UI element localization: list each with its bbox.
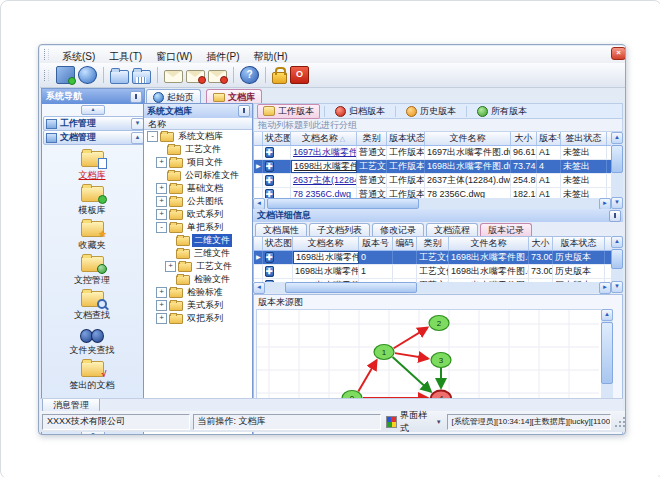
- expand-icon[interactable]: +: [156, 196, 167, 207]
- sidebar-item-6[interactable]: √签出的文档: [42, 356, 142, 391]
- tree-item-6[interactable]: +欧式系列: [144, 208, 250, 221]
- filter-button-3[interactable]: 所有版本: [471, 104, 533, 119]
- tree-item-5[interactable]: +公共图纸: [144, 195, 250, 208]
- drag-handle-icon[interactable]: [44, 49, 49, 60]
- pin-icon[interactable]: [609, 210, 621, 222]
- mail-alert-icon[interactable]: [208, 70, 227, 83]
- details-tab-0[interactable]: 文档属性: [255, 223, 307, 237]
- details-tab-2[interactable]: 修改记录: [372, 223, 424, 237]
- column-header-6[interactable]: 版本号: [537, 132, 561, 145]
- details-tab-3[interactable]: 文档流程: [426, 223, 478, 237]
- scroll-thumb[interactable]: [267, 198, 419, 209]
- exit-icon[interactable]: O: [290, 66, 309, 84]
- menu-item-0[interactable]: 系统(S): [55, 50, 102, 63]
- document-name-link[interactable]: 1698出水嘴零件图.dwg: [294, 161, 357, 171]
- tree-item-4[interactable]: +基础文档: [144, 182, 250, 195]
- help-icon[interactable]: ?: [240, 66, 259, 84]
- pin-icon[interactable]: [238, 105, 250, 117]
- details-tab-4[interactable]: 版本记录: [480, 223, 532, 237]
- tree-item-3[interactable]: 公司标准文件: [144, 169, 250, 182]
- scroll-left-icon[interactable]: ◄: [253, 282, 265, 294]
- column-header-5[interactable]: 大小: [511, 132, 537, 145]
- filter-button-1[interactable]: 归档版本: [329, 104, 391, 119]
- menu-item-4[interactable]: 帮助(H): [247, 50, 295, 63]
- scroll-thumb[interactable]: [601, 322, 613, 384]
- sidebar-item-3[interactable]: 文控管理: [42, 251, 142, 286]
- table-row-0[interactable]: ▶✚1698出水嘴零件图.dwg0工艺文件1698出水嘴零件图.dwg73.00…: [254, 251, 612, 265]
- sidebar-item-2[interactable]: ★收藏夹: [42, 216, 142, 251]
- column-header-6[interactable]: 大小: [529, 237, 553, 250]
- document-name-link[interactable]: 1697出水嘴零件图.dwg: [293, 147, 357, 157]
- table-row-2[interactable]: ✚2637主体(12284).dwg普通文档工作版本2637主体(12284).…: [254, 174, 612, 188]
- tree-item-10[interactable]: +工艺文件: [144, 260, 250, 273]
- column-header-3[interactable]: 编码: [393, 237, 417, 250]
- expand-icon[interactable]: +: [156, 209, 167, 220]
- document-table-hscrollbar[interactable]: ◄ ►: [253, 198, 611, 209]
- tree-item-8[interactable]: 二维文件: [144, 234, 250, 247]
- expand-icon[interactable]: +: [156, 313, 167, 324]
- column-header-1[interactable]: 文档名称△: [291, 132, 357, 145]
- column-header-0[interactable]: 状态图: [263, 132, 291, 145]
- scroll-up-icon[interactable]: ▲: [611, 236, 623, 248]
- scroll-up-icon[interactable]: ▲: [601, 309, 613, 321]
- column-header-4[interactable]: 文件名称: [425, 132, 511, 145]
- ui-style-chooser[interactable]: 界面样式 ▼: [384, 409, 444, 435]
- tree-item-9[interactable]: 三维文件: [144, 247, 250, 260]
- close-icon[interactable]: ×: [611, 47, 626, 60]
- column-header-2[interactable]: 版本号: [359, 237, 393, 250]
- tree-item-11[interactable]: 检验文件: [144, 273, 250, 286]
- details-tab-1[interactable]: 子文档列表: [309, 223, 370, 237]
- lock-icon[interactable]: [272, 72, 287, 84]
- filter-button-0[interactable]: 工作版本: [257, 104, 320, 119]
- tab-1[interactable]: 文档库: [206, 89, 262, 104]
- column-header-5[interactable]: 文件名称: [449, 237, 529, 250]
- scroll-thumb[interactable]: [611, 249, 623, 269]
- collapse-icon[interactable]: -: [147, 131, 158, 142]
- chevron-up-icon[interactable]: ▲: [81, 105, 105, 115]
- filter-button-2[interactable]: 历史版本: [400, 104, 462, 119]
- folder-grid-icon[interactable]: [132, 70, 151, 84]
- column-header-1[interactable]: 文档名称: [293, 237, 359, 250]
- tree-item-14[interactable]: +双把系列: [144, 312, 250, 325]
- scroll-thumb[interactable]: [285, 282, 417, 293]
- scroll-down-icon[interactable]: ▼: [611, 197, 623, 209]
- table-row-0[interactable]: ✚1697出水嘴零件图.dwg普通文档工作版本1697出水嘴零件图.dwg96.…: [254, 146, 612, 160]
- column-header-7[interactable]: 签出状态: [561, 132, 607, 145]
- scroll-thumb[interactable]: [611, 145, 623, 173]
- sidebar-item-0[interactable]: 文档库: [42, 146, 142, 181]
- column-header-0[interactable]: 状态图: [263, 237, 293, 250]
- version-table-vscrollbar[interactable]: ▲ ▼: [611, 236, 623, 293]
- column-header-7[interactable]: 版本状态: [553, 237, 605, 250]
- scroll-right-icon[interactable]: ►: [599, 198, 611, 210]
- document-name-link[interactable]: 2637主体(12284).dwg: [293, 175, 357, 185]
- expand-icon[interactable]: +: [156, 183, 167, 194]
- globe-icon[interactable]: [78, 66, 97, 84]
- mail-icon[interactable]: [164, 70, 183, 83]
- column-header-2[interactable]: 类别: [357, 132, 387, 145]
- scroll-up-icon[interactable]: ▲: [611, 132, 623, 144]
- expand-icon[interactable]: +: [156, 300, 167, 311]
- scroll-right-icon[interactable]: ►: [599, 282, 611, 294]
- tree-item-7[interactable]: -单把系列: [144, 221, 250, 234]
- expand-icon[interactable]: +: [156, 287, 167, 298]
- menu-item-3[interactable]: 插件(P): [199, 50, 246, 63]
- group-by-bar[interactable]: 拖动列标题到此进行分组: [253, 119, 623, 132]
- scroll-down-icon[interactable]: ▼: [611, 281, 623, 293]
- collapse-icon[interactable]: -: [156, 222, 167, 233]
- drag-handle-icon[interactable]: [44, 70, 49, 81]
- tree-item-13[interactable]: +美式系列: [144, 299, 250, 312]
- table-row-1[interactable]: ✚1698出水嘴零件图.dwg1工艺文件1698出水嘴零件图.dwg73.00K…: [254, 265, 612, 279]
- mail-send-icon[interactable]: [186, 70, 205, 83]
- menu-item-1[interactable]: 工具(T): [102, 50, 149, 63]
- document-table-vscrollbar[interactable]: ▲ ▼: [611, 132, 623, 209]
- column-header-3[interactable]: 版本状态: [387, 132, 425, 145]
- table-row-1[interactable]: ▶✚1698出水嘴零件图.dwg工艺文件工作版本1698出水嘴零件图.dwg73…: [254, 160, 612, 174]
- tree-item-2[interactable]: +项目文件: [144, 156, 250, 169]
- pin-icon[interactable]: [130, 91, 142, 103]
- tree-column-header[interactable]: 名称: [144, 118, 252, 130]
- tree-item-1[interactable]: 工艺文件: [144, 143, 250, 156]
- sidebar-panel-0[interactable]: 工作管理▼: [43, 116, 147, 131]
- expand-icon[interactable]: +: [165, 261, 176, 272]
- resize-grip[interactable]: [615, 416, 625, 427]
- scroll-left-icon[interactable]: ◄: [253, 198, 265, 210]
